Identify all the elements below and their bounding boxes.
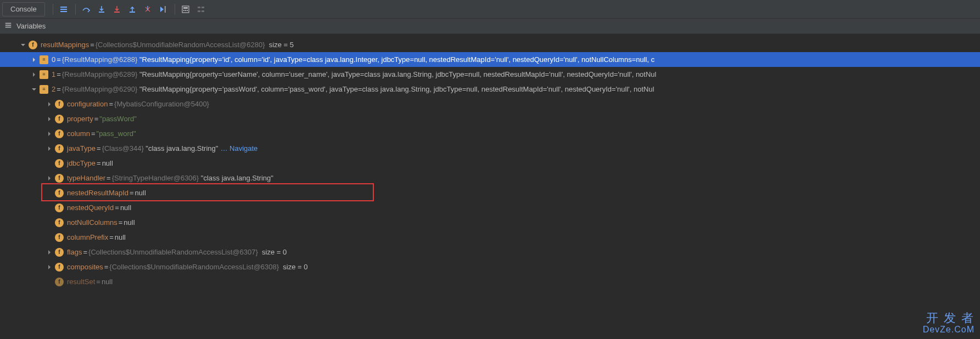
expand-arrow-right-icon[interactable] <box>46 131 53 137</box>
watermark-en: DevZe.CoM <box>923 325 975 335</box>
tree-row-field[interactable]: f nestedQueryId = null <box>0 200 980 215</box>
svg-rect-7 <box>130 12 135 13</box>
array-badge-icon: ≡ <box>40 70 48 79</box>
tree-row-field[interactable]: f resultSet = null <box>0 274 980 289</box>
expand-arrow-right-icon[interactable] <box>46 264 53 270</box>
svg-rect-11 <box>183 10 184 11</box>
tree-row-item-2[interactable]: ≡ 2 = {ResultMapping@6290} "ResultMappin… <box>0 82 980 97</box>
variables-tree[interactable]: f resultMappings = {Collections$Unmodifi… <box>0 34 980 289</box>
tree-row-field[interactable]: f property = "passWord" <box>0 111 980 126</box>
var-value: null <box>124 215 135 230</box>
svg-rect-3 <box>60 9 67 10</box>
field-badge-icon: f <box>55 204 64 212</box>
field-badge-icon: f <box>55 263 64 272</box>
tree-row-item-1[interactable]: ≡ 1 = {ResultMapping@6289} "ResultMappin… <box>0 67 980 82</box>
tree-row-root[interactable]: f resultMappings = {Collections$Unmodifi… <box>0 37 980 52</box>
var-size: size = 5 <box>269 37 294 52</box>
var-object: {MybatisConfiguration@5400} <box>114 97 209 111</box>
var-object: {Collections$UnmodifiableRandomAccessLis… <box>88 245 258 259</box>
tree-row-field[interactable]: f flags = {Collections$UnmodifiableRando… <box>0 245 980 259</box>
field-badge-icon: f <box>55 129 64 138</box>
tree-row-field[interactable]: f nestedResultMapId = null <box>0 185 980 200</box>
expand-arrow-right-icon[interactable] <box>46 101 53 108</box>
tree-row-field[interactable]: f columnPrefix = null <box>0 230 980 245</box>
var-name: configuration <box>67 97 108 111</box>
var-object: {ResultMapping@6289} <box>62 67 138 82</box>
expand-arrow-down-icon[interactable] <box>20 42 26 48</box>
tree-row-field[interactable]: f configuration = {MybatisConfiguration@… <box>0 97 980 111</box>
expand-arrow-right-icon[interactable] <box>31 71 37 78</box>
svg-rect-18 <box>5 23 12 24</box>
svg-rect-19 <box>5 25 12 26</box>
tree-row-field[interactable]: f composites = {Collections$Unmodifiable… <box>0 259 980 274</box>
var-name: resultSet <box>67 274 95 289</box>
expand-arrow-down-icon[interactable] <box>31 86 37 93</box>
var-value: null <box>120 200 131 215</box>
array-badge-icon: ≡ <box>40 85 48 94</box>
var-name: javaType <box>67 141 96 156</box>
trace-button[interactable] <box>194 2 208 16</box>
variables-panel-header: Variables <box>0 19 980 34</box>
var-name: resultMappings <box>41 37 89 52</box>
field-badge-icon: f <box>55 248 64 257</box>
force-step-into-button[interactable] <box>110 2 124 16</box>
toolbar-separator <box>175 4 175 15</box>
tree-row-item-0[interactable]: ≡ 0 = {ResultMapping@6288} "ResultMappin… <box>0 52 980 67</box>
var-value: "pass_word" <box>97 126 136 141</box>
expand-arrow-right-icon[interactable] <box>31 56 37 63</box>
var-tostring: "class java.lang.String" <box>145 141 218 156</box>
expand-arrow-right-icon[interactable] <box>46 145 53 152</box>
tree-row-field[interactable]: f typeHandler = {StringTypeHandler@6306}… <box>0 171 980 185</box>
var-name: nestedQueryId <box>67 200 114 215</box>
field-badge-icon: f <box>55 189 64 197</box>
tree-row-field[interactable]: f notNullColumns = null <box>0 215 980 230</box>
field-badge-icon: f <box>29 41 37 49</box>
field-badge-icon: f <box>55 159 64 168</box>
console-label: Console <box>10 5 37 13</box>
field-badge-icon: f <box>55 174 64 183</box>
console-tab[interactable]: Console <box>2 2 45 16</box>
var-value: null <box>102 274 113 289</box>
step-over-button[interactable] <box>79 2 93 16</box>
navigate-link[interactable]: … Navigate <box>220 141 257 156</box>
run-to-cursor-button[interactable] <box>156 2 170 16</box>
svg-rect-17 <box>201 10 204 12</box>
var-tostring: "ResultMapping{property='id', column='id… <box>139 52 654 67</box>
var-name: typeHandler <box>67 171 105 185</box>
svg-rect-12 <box>185 10 186 11</box>
expand-arrow-right-icon[interactable] <box>46 175 53 182</box>
var-tostring: "class java.lang.String" <box>201 171 273 185</box>
evaluate-expression-button[interactable] <box>178 2 193 16</box>
field-badge-icon: f <box>55 100 64 109</box>
var-object: {ResultMapping@6290} <box>62 82 138 97</box>
stack-frames-button[interactable] <box>57 2 71 16</box>
expand-arrow-right-icon[interactable] <box>46 249 53 256</box>
var-name: jdbcType <box>67 156 96 171</box>
tree-row-field[interactable]: f column = "pass_word" <box>0 126 980 141</box>
field-badge-icon: f <box>55 144 64 153</box>
svg-rect-2 <box>60 7 67 8</box>
svg-rect-20 <box>5 27 12 28</box>
step-into-button[interactable] <box>94 2 109 16</box>
tree-row-field[interactable]: f javaType = {Class@344} "class java.lan… <box>0 141 980 156</box>
var-index: 2 <box>52 82 55 97</box>
step-out-button[interactable] <box>125 2 139 16</box>
drop-frame-button[interactable] <box>141 2 155 16</box>
debug-toolbar: Console <box>0 0 980 19</box>
var-value: null <box>102 156 113 171</box>
expand-arrow-right-icon[interactable] <box>46 116 53 122</box>
var-name: composites <box>67 259 103 274</box>
watermark: 开 发 者 DevZe.CoM <box>923 312 975 335</box>
var-name: property <box>67 111 93 126</box>
var-index: 0 <box>52 52 55 67</box>
var-name: column <box>67 126 90 141</box>
svg-rect-4 <box>60 11 67 12</box>
svg-rect-15 <box>201 7 204 8</box>
svg-rect-10 <box>183 7 188 9</box>
field-badge-icon: f <box>55 115 64 123</box>
var-tostring: "ResultMapping{property='userName', colu… <box>139 67 657 82</box>
field-badge-icon: f <box>55 233 64 242</box>
tree-row-field[interactable]: f jdbcType = null <box>0 156 980 171</box>
svg-rect-9 <box>182 6 189 13</box>
var-size: size = 0 <box>262 245 287 259</box>
